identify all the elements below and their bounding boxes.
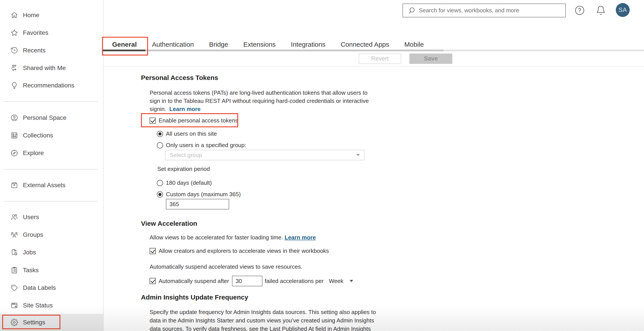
save-button[interactable]: Save bbox=[409, 53, 452, 64]
suspend-count-input[interactable] bbox=[232, 276, 262, 286]
sidebar-item-personal-space[interactable]: Personal Space bbox=[0, 109, 103, 127]
tag-icon bbox=[10, 284, 18, 292]
groups-icon bbox=[10, 231, 18, 239]
sidebar-item-label: Shared with Me bbox=[23, 64, 66, 72]
tab-extensions[interactable]: Extensions bbox=[244, 40, 276, 48]
specified-group-radio[interactable] bbox=[157, 142, 163, 148]
allow-acceleration-label: Allow creators and explorers to accelera… bbox=[159, 248, 329, 254]
tab-authentication[interactable]: Authentication bbox=[152, 40, 194, 48]
help-icon[interactable] bbox=[574, 5, 585, 15]
sidebar-item-home[interactable]: Home bbox=[0, 6, 103, 24]
sidebar-item-site-status[interactable]: Site Status bbox=[0, 297, 103, 314]
va-learn-more-link[interactable]: Learn more bbox=[285, 234, 316, 241]
tab-strip bbox=[146, 49, 444, 51]
allow-acceleration-row: Allow creators and explorers to accelera… bbox=[150, 248, 329, 254]
sidebar-item-shared-with-me[interactable]: Shared with Me bbox=[0, 59, 103, 77]
sidebar-item-label: Recommendations bbox=[23, 82, 74, 89]
sidebar-item-label: Personal Space bbox=[23, 114, 66, 121]
notifications-bell-icon[interactable] bbox=[596, 5, 606, 15]
sidebar-item-label: Groups bbox=[23, 231, 43, 238]
view-acceleration-heading: View Acceleration bbox=[141, 220, 197, 227]
admin-insights-heading: Admin Insights Update Frequency bbox=[141, 294, 248, 301]
tab-integrations[interactable]: Integrations bbox=[291, 40, 326, 48]
revert-button[interactable]: Revert bbox=[359, 53, 401, 64]
scope-group-row: Only users in a specified group: bbox=[157, 142, 246, 149]
sidebar-item-label: Settings bbox=[23, 319, 45, 326]
sidebar-item-explore[interactable]: Explore bbox=[0, 144, 103, 162]
custom-days-radio[interactable] bbox=[157, 191, 163, 198]
suspend-period-value: Week bbox=[329, 278, 344, 285]
allow-acceleration-checkbox[interactable] bbox=[150, 248, 156, 254]
sidebar-item-settings[interactable]: Settings bbox=[0, 314, 103, 331]
sidebar-item-users[interactable]: Users bbox=[0, 208, 103, 226]
exp-custom-row: Custom days (maximum 365) bbox=[157, 191, 241, 198]
sidebar-nav: HomeFavoritesRecentsShared with MeRecomm… bbox=[0, 0, 104, 331]
sidebar-item-label: External Assets bbox=[23, 182, 66, 189]
clipboard-list-icon bbox=[10, 267, 18, 274]
group-select-dropdown[interactable]: Select group bbox=[165, 150, 365, 160]
auto-suspend-checkbox[interactable] bbox=[150, 278, 156, 284]
custom-days-input[interactable] bbox=[166, 199, 229, 209]
enable-pat-checkbox[interactable] bbox=[150, 118, 156, 124]
chevron-down-icon bbox=[350, 280, 353, 282]
pat-description: Personal access tokens (PATs) are long-l… bbox=[150, 89, 414, 113]
sidebar-item-label: Site Status bbox=[23, 302, 53, 309]
exp-default-row: 180 days (default) bbox=[157, 179, 212, 186]
search-box[interactable] bbox=[402, 3, 566, 17]
sidebar-item-label: Recents bbox=[23, 47, 46, 54]
enable-pat-label: Enable personal access tokens bbox=[159, 117, 238, 124]
ai-description-line1: Specify the update frequency for Admin I… bbox=[150, 308, 414, 316]
sidebar-item-favorites[interactable]: Favorites bbox=[0, 24, 103, 42]
sidebar-item-recommendations[interactable]: Recommendations bbox=[0, 77, 103, 94]
pat-section-heading: Personal Access Tokens bbox=[141, 74, 218, 81]
user-avatar[interactable]: SA bbox=[616, 3, 630, 17]
home-icon bbox=[10, 11, 18, 19]
lightbulb-icon bbox=[10, 82, 18, 89]
specified-group-label: Only users in a specified group: bbox=[166, 142, 246, 149]
enable-pat-row: Enable personal access tokens bbox=[150, 117, 238, 124]
tab-connected-apps[interactable]: Connected Apps bbox=[340, 40, 389, 48]
pat-learn-more-link[interactable]: Learn more bbox=[170, 106, 201, 112]
sidebar-item-external-assets[interactable]: External Assets bbox=[0, 176, 103, 194]
sidebar-item-jobs[interactable]: Jobs bbox=[0, 244, 103, 261]
header-divider bbox=[104, 66, 644, 66]
person-circle-icon bbox=[10, 114, 18, 122]
all-users-radio[interactable] bbox=[157, 131, 163, 137]
auto-suspend-row: Automatically suspend after failed accel… bbox=[150, 276, 353, 286]
tab-bridge[interactable]: Bridge bbox=[209, 40, 228, 48]
document-clock-icon bbox=[10, 249, 18, 256]
star-icon bbox=[10, 29, 18, 36]
collection-grid-icon bbox=[10, 132, 18, 139]
history-icon bbox=[10, 47, 18, 54]
sidebar-item-tasks[interactable]: Tasks bbox=[0, 261, 103, 279]
scope-all-users-row: All users on this site bbox=[157, 130, 217, 137]
sidebar-item-groups[interactable]: Groups bbox=[0, 226, 103, 244]
pat-description-line1: Personal access tokens (PATs) are long-l… bbox=[150, 89, 414, 97]
chevron-down-icon bbox=[356, 154, 360, 156]
compass-icon bbox=[10, 149, 18, 157]
status-window-icon bbox=[10, 302, 18, 309]
pat-description-line2: sign in to the Tableau REST API without … bbox=[150, 97, 414, 105]
tab-general[interactable]: General bbox=[112, 40, 137, 48]
ai-description-line2: data in the Admin Insights Starter and c… bbox=[150, 316, 414, 325]
suspend-period-dropdown[interactable]: Week bbox=[329, 278, 353, 285]
active-tab-underline bbox=[102, 49, 146, 51]
sidebar-item-collections[interactable]: Collections bbox=[0, 127, 103, 144]
days-180-radio[interactable] bbox=[157, 180, 163, 186]
people-share-icon bbox=[10, 64, 18, 72]
sidebar-item-recents[interactable]: Recents bbox=[0, 42, 103, 59]
sidebar-item-label: Jobs bbox=[23, 249, 36, 256]
ai-description-line3: data sources. To verify data freshness, … bbox=[150, 325, 414, 331]
search-input[interactable] bbox=[416, 4, 565, 17]
sidebar-divider bbox=[4, 201, 98, 202]
sidebar-item-label: Data Labels bbox=[23, 284, 56, 291]
group-select-placeholder: Select group bbox=[170, 152, 356, 159]
auto-suspend-prefix-label: Automatically suspend after bbox=[159, 278, 229, 285]
gear-icon bbox=[10, 319, 18, 326]
custom-days-label: Custom days (maximum 365) bbox=[166, 191, 241, 198]
tab-strip-extension bbox=[444, 49, 644, 51]
sidebar-divider bbox=[4, 101, 98, 102]
sidebar-item-data-labels[interactable]: Data Labels bbox=[0, 279, 103, 297]
sidebar-divider bbox=[4, 169, 98, 170]
tab-mobile[interactable]: Mobile bbox=[404, 40, 424, 48]
